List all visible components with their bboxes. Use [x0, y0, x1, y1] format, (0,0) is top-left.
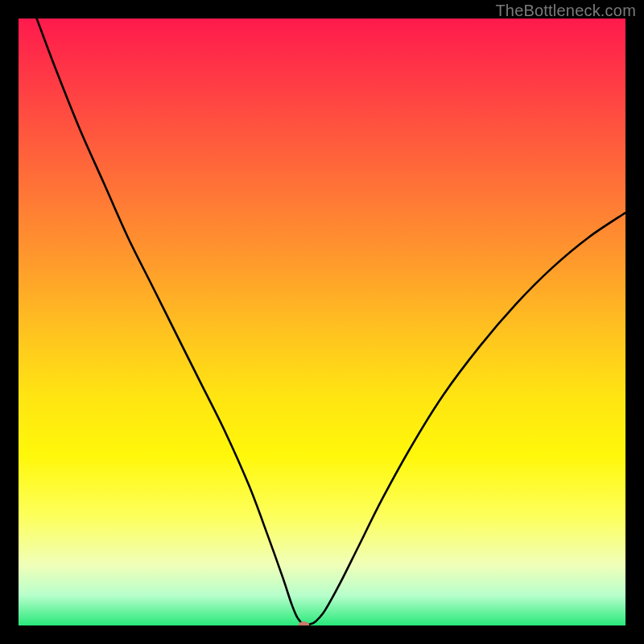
watermark-text: TheBottleneck.com [495, 2, 636, 20]
chart-frame: TheBottleneck.com [0, 0, 644, 644]
chart-svg [19, 19, 625, 625]
bottleneck-curve [37, 19, 625, 625]
plot-area [19, 19, 625, 625]
